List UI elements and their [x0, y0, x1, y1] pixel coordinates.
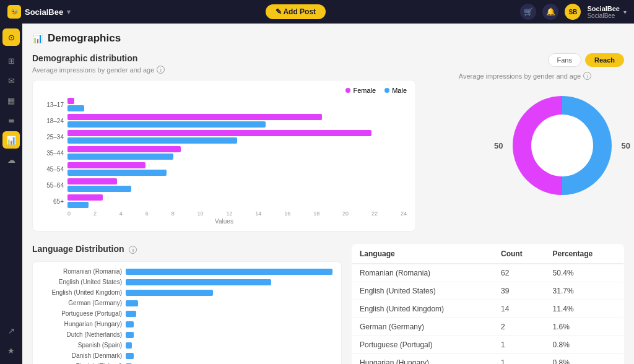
topbar-logo-text: SocialBee — [25, 7, 63, 17]
table-cell-language: English (United Kingdom) — [352, 300, 494, 318]
topbar-logo: 🐝 SocialBee ▾ — [7, 5, 71, 19]
bar-group — [67, 178, 407, 192]
table-row: Romanian (Romania)6250.4% — [352, 264, 624, 282]
x-axis-label: 2 — [93, 210, 97, 217]
chat-icon: ✉ — [8, 76, 15, 85]
lang-bar-row: English (United States) — [41, 279, 332, 285]
cart-icon[interactable]: 🛒 — [520, 4, 536, 20]
table-cell-count: 62 — [493, 264, 545, 282]
lang-bar-row: German (Germany) — [41, 300, 332, 306]
female-bar — [67, 178, 117, 184]
table-cell-language: Romanian (Romania) — [352, 264, 494, 282]
col-percentage: Percentage — [545, 245, 624, 264]
sidebar-item-cloud[interactable]: ☁ — [2, 151, 20, 168]
donut-info-icon[interactable]: i — [583, 72, 591, 80]
add-post-button[interactable]: ✎ Add Post — [266, 4, 326, 19]
table-cell-count: 2 — [493, 318, 545, 336]
sidebar-item-chat[interactable]: ✉ — [2, 72, 20, 89]
user-sub: SocialBee — [587, 12, 620, 19]
chart-icon: 📊 — [6, 136, 16, 145]
language-table: Language Count Percentage Romanian (Roma… — [352, 244, 624, 364]
table-cell-language: German (Germany) — [352, 318, 494, 336]
table-cell-percentage: 11.4% — [545, 300, 624, 318]
male-bar — [67, 105, 84, 111]
avatar[interactable]: SB — [565, 4, 581, 20]
lang-bar-label: Spanish (Spain) — [41, 342, 122, 349]
lang-bar-label: Danish (Denmark) — [41, 352, 122, 359]
sidebar-item-chart[interactable]: 📊 — [2, 131, 20, 149]
lang-bar — [126, 342, 132, 349]
table-cell-count: 1 — [493, 354, 545, 365]
table-row: English (United States)3931.7% — [352, 282, 624, 300]
content-area: 📊 Demographics Demographic distribution … — [22, 24, 634, 364]
lang-bar — [126, 279, 271, 285]
bar-row: 65+ — [41, 194, 407, 208]
donut-wrapper: 50 50 — [500, 84, 624, 207]
x-axis-title: Values — [41, 218, 407, 225]
donut-inner-circle — [531, 115, 593, 176]
bar-label: 18–24 — [41, 118, 64, 124]
page-title: Demographics — [48, 32, 121, 45]
bar-label: 45–54 — [41, 166, 64, 173]
male-bar — [67, 202, 89, 208]
donut-subtitle: Average impressions by gender and age i — [426, 72, 624, 80]
x-axis: 024681012141618202224 — [41, 210, 407, 217]
lang-bar — [126, 321, 134, 327]
table-cell-percentage: 50.4% — [545, 264, 624, 282]
female-bar — [67, 130, 371, 136]
lang-bar — [126, 269, 332, 275]
bar-label: 35–44 — [41, 150, 64, 157]
bar-group — [67, 98, 407, 111]
table-cell-language: Hungarian (Hungary) — [352, 354, 494, 365]
female-legend-label: Female — [353, 87, 376, 94]
table-cell-percentage: 1.6% — [545, 318, 624, 336]
sidebar-item-calendar[interactable]: ▦ — [2, 92, 20, 109]
demo-info-icon[interactable]: i — [157, 66, 165, 74]
female-bar — [67, 162, 145, 168]
sidebar-item-grid[interactable]: ⊞ — [2, 52, 20, 69]
topbar-center: ✎ Add Post — [71, 4, 520, 19]
lang-bar-row: Romanian (Romania) — [41, 268, 332, 275]
fans-toggle-button[interactable]: Fans — [548, 53, 581, 67]
donut-toggle: Fans Reach — [548, 53, 625, 67]
grid-icon: ⊞ — [8, 56, 15, 66]
topbar-logo-icon: 🐝 — [7, 5, 21, 19]
star-icon: ★ — [7, 346, 15, 355]
demographic-distribution-row: Demographic distribution Average impress… — [32, 53, 624, 232]
lang-bar-chart: Romanian (Romania)English (United States… — [41, 268, 332, 364]
table-body: Romanian (Romania)6250.4%English (United… — [352, 264, 624, 364]
page-header: 📊 Demographics — [32, 32, 624, 45]
home-icon: ⊙ — [8, 33, 15, 42]
sidebar-item-star[interactable]: ★ — [2, 342, 20, 359]
female-bar — [67, 98, 74, 104]
donut-label-right: 50 — [622, 141, 630, 150]
lang-bar-row: Dutch (Netherlands) — [41, 331, 332, 338]
lang-info-icon[interactable]: i — [129, 246, 137, 254]
male-bar — [67, 186, 131, 192]
table-cell-language: Portuguese (Portugal) — [352, 336, 494, 354]
lang-bar-label: German (Germany) — [41, 300, 122, 306]
lang-bar-label: English (United Kingdom) — [41, 289, 122, 296]
bar-group — [67, 162, 407, 176]
sidebar-item-share[interactable]: ↗ — [2, 322, 20, 339]
lang-bar-label: Romanian (Romania) — [41, 268, 122, 275]
x-axis-label: 18 — [313, 210, 319, 217]
page-header-icon: 📊 — [32, 33, 43, 43]
sidebar-item-rss[interactable]: ≣ — [2, 111, 20, 129]
legend-female: Female — [345, 87, 376, 94]
x-axis-label: 6 — [145, 210, 149, 217]
donut-label-left: 50 — [494, 141, 503, 150]
notification-icon[interactable]: 🔔 — [542, 4, 558, 20]
lang-bar-label: Hungarian (Hungary) — [41, 321, 122, 327]
col-language: Language — [352, 245, 494, 264]
sidebar-item-home[interactable]: ⊙ — [2, 28, 20, 46]
female-legend-dot — [345, 88, 350, 93]
x-axis-label: 10 — [198, 210, 204, 217]
user-name: SocialBee — [587, 5, 620, 12]
bar-group — [67, 194, 407, 208]
lang-bar — [126, 300, 138, 306]
female-bar — [67, 114, 322, 120]
male-legend-dot — [384, 88, 389, 93]
reach-toggle-button[interactable]: Reach — [585, 53, 624, 67]
table-row: Hungarian (Hungary)10.8% — [352, 354, 624, 365]
